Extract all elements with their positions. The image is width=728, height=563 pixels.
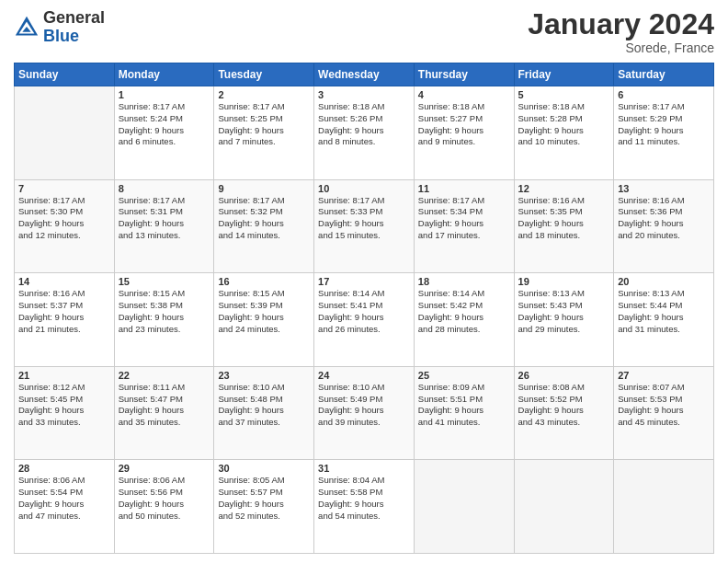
day-number: 3	[318, 89, 410, 100]
day-header-saturday: Saturday	[614, 63, 714, 86]
calendar-cell: 5Sunrise: 8:18 AM Sunset: 5:28 PM Daylig…	[514, 86, 614, 180]
calendar-cell: 4Sunrise: 8:18 AM Sunset: 5:27 PM Daylig…	[414, 86, 514, 180]
day-info: Sunrise: 8:13 AM Sunset: 5:44 PM Dayligh…	[618, 288, 710, 335]
calendar-cell: 3Sunrise: 8:18 AM Sunset: 5:26 PM Daylig…	[314, 86, 415, 180]
day-header-wednesday: Wednesday	[314, 63, 415, 86]
day-info: Sunrise: 8:07 AM Sunset: 5:53 PM Dayligh…	[618, 382, 710, 429]
day-number: 12	[518, 183, 610, 194]
calendar-cell	[614, 460, 714, 554]
day-info: Sunrise: 8:06 AM Sunset: 5:54 PM Dayligh…	[18, 475, 110, 522]
day-info: Sunrise: 8:17 AM Sunset: 5:29 PM Dayligh…	[618, 101, 710, 148]
logo-blue-text: Blue	[43, 27, 79, 45]
calendar-cell: 16Sunrise: 8:15 AM Sunset: 5:39 PM Dayli…	[214, 273, 314, 367]
day-number: 11	[418, 183, 510, 194]
calendar-cell: 2Sunrise: 8:17 AM Sunset: 5:25 PM Daylig…	[214, 86, 314, 180]
day-number: 25	[418, 370, 510, 381]
day-info: Sunrise: 8:11 AM Sunset: 5:47 PM Dayligh…	[119, 382, 210, 429]
calendar-cell: 17Sunrise: 8:14 AM Sunset: 5:41 PM Dayli…	[314, 273, 415, 367]
logo: General Blue	[14, 9, 105, 46]
calendar-cell: 28Sunrise: 8:06 AM Sunset: 5:54 PM Dayli…	[15, 460, 115, 554]
calendar-cell: 29Sunrise: 8:06 AM Sunset: 5:56 PM Dayli…	[114, 460, 214, 554]
calendar-cell: 26Sunrise: 8:08 AM Sunset: 5:52 PM Dayli…	[514, 366, 614, 460]
day-number: 5	[518, 89, 610, 100]
day-number: 16	[218, 276, 310, 287]
logo-general: General	[43, 8, 105, 27]
day-header-friday: Friday	[514, 63, 614, 86]
day-number: 9	[218, 183, 310, 194]
calendar-cell	[514, 460, 614, 554]
calendar-cell: 23Sunrise: 8:10 AM Sunset: 5:48 PM Dayli…	[214, 366, 314, 460]
calendar-cell	[15, 86, 115, 180]
calendar-cell: 18Sunrise: 8:14 AM Sunset: 5:42 PM Dayli…	[414, 273, 514, 367]
day-info: Sunrise: 8:15 AM Sunset: 5:39 PM Dayligh…	[218, 288, 310, 335]
day-header-thursday: Thursday	[414, 63, 514, 86]
day-number: 17	[318, 276, 410, 287]
calendar-cell: 25Sunrise: 8:09 AM Sunset: 5:51 PM Dayli…	[414, 366, 514, 460]
day-info: Sunrise: 8:17 AM Sunset: 5:32 PM Dayligh…	[218, 195, 310, 242]
day-header-sunday: Sunday	[15, 63, 115, 86]
day-number: 4	[418, 89, 510, 100]
day-info: Sunrise: 8:16 AM Sunset: 5:35 PM Dayligh…	[518, 195, 610, 242]
day-info: Sunrise: 8:16 AM Sunset: 5:37 PM Dayligh…	[18, 288, 110, 335]
location: Sorede, France	[528, 40, 714, 55]
month-title: January 2024	[528, 9, 714, 39]
day-info: Sunrise: 8:16 AM Sunset: 5:36 PM Dayligh…	[618, 195, 710, 242]
day-info: Sunrise: 8:14 AM Sunset: 5:42 PM Dayligh…	[418, 288, 510, 335]
day-info: Sunrise: 8:06 AM Sunset: 5:56 PM Dayligh…	[119, 475, 210, 522]
day-number: 30	[218, 463, 310, 474]
calendar-cell: 1Sunrise: 8:17 AM Sunset: 5:24 PM Daylig…	[114, 86, 214, 180]
day-header-tuesday: Tuesday	[214, 63, 314, 86]
calendar-cell: 27Sunrise: 8:07 AM Sunset: 5:53 PM Dayli…	[614, 366, 714, 460]
day-number: 20	[618, 276, 710, 287]
calendar-table: SundayMondayTuesdayWednesdayThursdayFrid…	[14, 63, 714, 554]
calendar-cell: 10Sunrise: 8:17 AM Sunset: 5:33 PM Dayli…	[314, 179, 415, 273]
day-number: 31	[318, 463, 410, 474]
day-header-monday: Monday	[114, 63, 214, 86]
page: General Blue January 2024 Sorede, France…	[0, 0, 728, 563]
day-info: Sunrise: 8:14 AM Sunset: 5:41 PM Dayligh…	[318, 288, 410, 335]
day-number: 29	[119, 463, 210, 474]
calendar-header-row: SundayMondayTuesdayWednesdayThursdayFrid…	[15, 63, 714, 86]
day-info: Sunrise: 8:08 AM Sunset: 5:52 PM Dayligh…	[518, 382, 610, 429]
day-info: Sunrise: 8:17 AM Sunset: 5:30 PM Dayligh…	[18, 195, 110, 242]
calendar-cell: 19Sunrise: 8:13 AM Sunset: 5:43 PM Dayli…	[514, 273, 614, 367]
calendar-week-3: 14Sunrise: 8:16 AM Sunset: 5:37 PM Dayli…	[15, 273, 714, 367]
day-info: Sunrise: 8:17 AM Sunset: 5:24 PM Dayligh…	[119, 101, 210, 148]
calendar-cell: 24Sunrise: 8:10 AM Sunset: 5:49 PM Dayli…	[314, 366, 415, 460]
day-number: 13	[618, 183, 710, 194]
day-info: Sunrise: 8:04 AM Sunset: 5:58 PM Dayligh…	[318, 475, 410, 522]
day-number: 19	[518, 276, 610, 287]
calendar-cell: 6Sunrise: 8:17 AM Sunset: 5:29 PM Daylig…	[614, 86, 714, 180]
day-number: 23	[218, 370, 310, 381]
day-number: 21	[18, 370, 110, 381]
logo-text: General Blue	[43, 9, 105, 46]
day-info: Sunrise: 8:17 AM Sunset: 5:25 PM Dayligh…	[218, 101, 310, 148]
calendar-cell: 15Sunrise: 8:15 AM Sunset: 5:38 PM Dayli…	[114, 273, 214, 367]
logo-icon	[14, 15, 40, 40]
day-number: 10	[318, 183, 410, 194]
day-number: 26	[518, 370, 610, 381]
calendar-week-5: 28Sunrise: 8:06 AM Sunset: 5:54 PM Dayli…	[15, 460, 714, 554]
day-info: Sunrise: 8:17 AM Sunset: 5:31 PM Dayligh…	[119, 195, 210, 242]
day-info: Sunrise: 8:18 AM Sunset: 5:27 PM Dayligh…	[418, 101, 510, 148]
calendar-cell: 21Sunrise: 8:12 AM Sunset: 5:45 PM Dayli…	[15, 366, 115, 460]
day-number: 22	[119, 370, 210, 381]
day-info: Sunrise: 8:12 AM Sunset: 5:45 PM Dayligh…	[18, 382, 110, 429]
day-info: Sunrise: 8:15 AM Sunset: 5:38 PM Dayligh…	[119, 288, 210, 335]
calendar-cell: 14Sunrise: 8:16 AM Sunset: 5:37 PM Dayli…	[15, 273, 115, 367]
calendar-cell: 7Sunrise: 8:17 AM Sunset: 5:30 PM Daylig…	[15, 179, 115, 273]
day-info: Sunrise: 8:17 AM Sunset: 5:33 PM Dayligh…	[318, 195, 410, 242]
calendar-week-2: 7Sunrise: 8:17 AM Sunset: 5:30 PM Daylig…	[15, 179, 714, 273]
calendar-week-1: 1Sunrise: 8:17 AM Sunset: 5:24 PM Daylig…	[15, 86, 714, 180]
day-number: 1	[119, 89, 210, 100]
calendar-cell: 9Sunrise: 8:17 AM Sunset: 5:32 PM Daylig…	[214, 179, 314, 273]
calendar-cell: 20Sunrise: 8:13 AM Sunset: 5:44 PM Dayli…	[614, 273, 714, 367]
day-info: Sunrise: 8:05 AM Sunset: 5:57 PM Dayligh…	[218, 475, 310, 522]
day-info: Sunrise: 8:18 AM Sunset: 5:28 PM Dayligh…	[518, 101, 610, 148]
calendar-cell: 30Sunrise: 8:05 AM Sunset: 5:57 PM Dayli…	[214, 460, 314, 554]
day-number: 28	[18, 463, 110, 474]
calendar-cell: 31Sunrise: 8:04 AM Sunset: 5:58 PM Dayli…	[314, 460, 415, 554]
day-info: Sunrise: 8:10 AM Sunset: 5:48 PM Dayligh…	[218, 382, 310, 429]
calendar-cell: 8Sunrise: 8:17 AM Sunset: 5:31 PM Daylig…	[114, 179, 214, 273]
day-number: 18	[418, 276, 510, 287]
